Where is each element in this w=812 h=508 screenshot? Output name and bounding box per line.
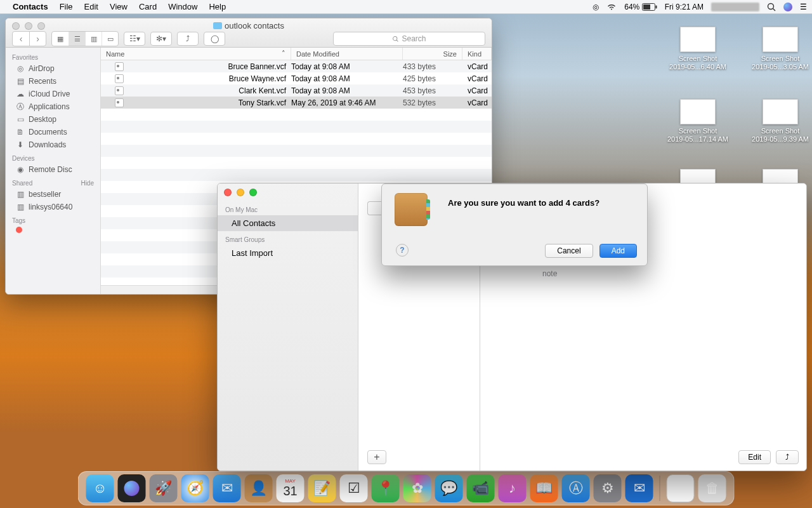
view-icons[interactable]: ▦ [52,32,69,46]
dock-outlook[interactable]: ✉ [625,474,653,502]
nav-buttons: ‹ › [12,31,46,46]
zoom-button[interactable] [37,22,45,30]
vcard-icon [115,74,124,83]
menu-edit[interactable]: Edit [84,2,98,11]
sidebar-applications[interactable]: ⒶApplications [6,100,100,113]
sidebar-desktop[interactable]: ▭Desktop [6,113,100,126]
disc-icon: ◉ [16,165,25,174]
minimize-button[interactable] [237,189,244,196]
dock-photos[interactable]: ✿ [403,474,431,502]
sidebar-tags-head: Tags [6,213,100,225]
add-contact-button[interactable]: + [367,450,386,464]
menu-app[interactable]: Contacts [13,2,48,11]
dock-finder[interactable]: ☺ [86,474,114,502]
menu-view[interactable]: View [110,2,128,11]
clock[interactable]: Fri 9:21 AM [665,3,704,11]
sidebar-documents[interactable]: 🗎Documents [6,126,100,138]
cancel-button[interactable]: Cancel [545,244,593,258]
sidebar-icloud[interactable]: ☁iCloud Drive [6,88,100,100]
dock-notes[interactable]: 📝 [308,474,336,502]
view-list[interactable]: ☰ [69,32,85,46]
file-row[interactable]: Clark Kent.vcfToday at 9:08 AM453 bytesv… [101,84,492,97]
desktop-screenshot-2[interactable]: Screen Shot2019-05...3.05 AM [742,27,812,71]
dock-launchpad[interactable]: 🚀 [150,474,178,502]
downloads-icon: ⬇ [16,140,25,149]
action-button[interactable]: ✻▾ [150,32,172,46]
view-columns[interactable]: ▥ [85,32,102,46]
desktop-screenshot-1[interactable]: Screen Shot2019-05...6.40 AM [660,27,736,71]
col-date[interactable]: Date Modified [291,48,403,60]
zoom-button[interactable] [249,189,257,196]
back-button[interactable]: ‹ [13,32,29,46]
desktop-screenshot-4[interactable]: Screen Shot2019-05...9.39 AM [742,99,812,144]
sidebar-recents[interactable]: ▤Recents [6,75,100,88]
contacts-search[interactable] [367,201,381,215]
dock-preferences[interactable]: ⚙ [594,474,622,502]
menu-card[interactable]: Card [139,2,157,11]
close-button[interactable] [12,22,20,30]
dock-calendar[interactable]: MAY31 [277,474,304,502]
col-name[interactable]: Name˄ [101,48,291,60]
finder-search[interactable]: Search [333,32,485,46]
dock-maps[interactable]: 📍 [372,474,400,502]
dock-contacts[interactable]: 👤 [245,474,273,502]
note-label: note [542,269,557,278]
dock-document[interactable] [667,474,695,502]
finder-title-text: outlook contacts [225,21,284,30]
forward-button[interactable]: › [29,32,46,46]
sidebar-remote-disc[interactable]: ◉Remote Disc [6,163,100,176]
col-kind[interactable]: Kind [462,48,492,60]
help-button[interactable]: ? [396,244,409,257]
share-button[interactable]: ⤴ [177,32,199,46]
dock-mail[interactable]: ✉ [213,474,241,502]
sidebar-shared-2[interactable]: ▥linksys06640 [6,201,100,213]
view-gallery[interactable]: ▭ [102,32,118,46]
arrange-button[interactable]: ☷▾ [124,32,145,46]
edit-button[interactable]: Edit [738,450,771,464]
svg-line-6 [397,40,398,41]
add-button[interactable]: Add [599,244,637,258]
dock-separator [660,476,660,501]
computer-icon: ▥ [16,190,25,199]
dock-itunes[interactable]: ♪ [499,474,527,502]
tags-button[interactable]: ◯ [204,32,225,46]
notification-center-icon[interactable]: ☰ [800,3,807,11]
section-on-my-mac: On My Mac [218,201,358,215]
dock-messages[interactable]: 💬 [435,474,463,502]
battery-status[interactable]: 64% [624,3,657,11]
col-size[interactable]: Size [403,48,462,60]
close-button[interactable] [224,189,232,196]
svg-rect-1 [643,4,650,10]
dock-facetime[interactable]: 📹 [467,474,495,502]
battery-percent: 64% [624,3,639,11]
file-row[interactable]: Bruce Banner.vcfToday at 9:08 AM433 byte… [101,60,492,72]
sidebar-devices-head: Devices [6,151,100,163]
desktop-screenshot-3[interactable]: Screen Shot2019-05...17.14 AM [660,99,736,144]
file-row[interactable]: Tony Stark.vcfMay 26, 2019 at 9:46 AM532… [101,97,492,109]
minimize-button[interactable] [25,22,32,30]
file-row[interactable]: Bruce Wayne.vcfToday at 9:08 AM425 bytes… [101,72,492,84]
sidebar-hide-button[interactable]: Hide [81,180,94,187]
menu-window[interactable]: Window [168,2,197,11]
share-contact-button[interactable]: ⤴ [776,450,799,464]
sidebar-airdrop[interactable]: ◎AirDrop [6,62,100,75]
dock-reminders[interactable]: ☑ [340,474,368,502]
menu-file[interactable]: File [60,2,73,11]
dock-appstore[interactable]: Ⓐ [562,474,590,502]
sidebar-shared-1[interactable]: ▥bestseller [6,188,100,201]
menu-help[interactable]: Help [209,2,226,11]
search-placeholder: Search [402,34,426,43]
sidebar-downloads[interactable]: ⬇Downloads [6,138,100,151]
creative-cloud-icon[interactable]: ◎ [593,3,599,11]
dock-trash[interactable]: 🗑 [698,474,726,502]
siri-icon[interactable] [783,3,792,11]
group-last-import[interactable]: Last Import [218,245,358,261]
dock-siri[interactable] [118,474,146,502]
wifi-icon[interactable] [606,3,617,11]
group-all-contacts[interactable]: All Contacts [218,215,358,231]
svg-line-4 [773,8,776,11]
dialog-title: Are you sure you want to add 4 cards? [448,198,599,208]
dock-safari[interactable]: 🧭 [181,474,209,502]
dock-ibooks[interactable]: 📖 [530,474,558,502]
spotlight-icon[interactable] [767,3,776,11]
